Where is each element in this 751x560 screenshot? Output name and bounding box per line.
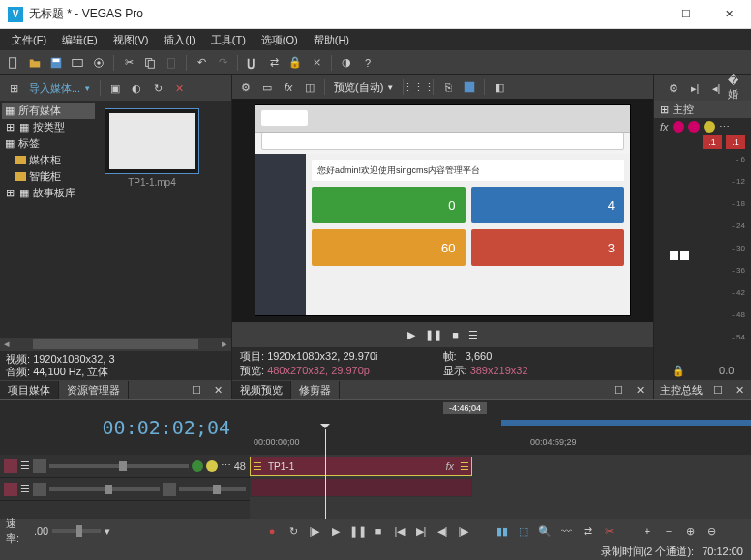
skip-next-icon[interactable]: ◂| — [706, 78, 726, 98]
tree-storyboard[interactable]: ⊞▦故事板库 — [2, 185, 95, 201]
rate-menu-icon[interactable]: ▾ — [105, 525, 110, 538]
what-button[interactable]: ? — [358, 53, 377, 73]
lock-button[interactable]: 🔒 — [285, 53, 305, 73]
track-btn[interactable] — [33, 483, 46, 496]
maximize-button[interactable]: ☐ — [664, 0, 707, 29]
clip-handle-icon[interactable]: ☰ — [458, 460, 471, 473]
master-settings-icon[interactable]: ⚙ — [664, 78, 683, 98]
track-level-slider[interactable] — [49, 487, 160, 491]
tab-video-preview[interactable]: 视频预览 — [232, 381, 291, 399]
track-btn[interactable] — [33, 459, 46, 473]
render-button[interactable] — [68, 53, 87, 73]
track-header-audio[interactable]: ☰ — [0, 478, 250, 501]
tab-trimmer[interactable]: 修剪器 — [291, 381, 340, 399]
tab-close-button[interactable]: ✕ — [730, 380, 749, 399]
tab-close-button[interactable]: ✕ — [208, 380, 227, 399]
fx-chain-icon[interactable] — [673, 121, 684, 133]
play-button[interactable]: ▶ — [328, 525, 344, 538]
preview-device-icon[interactable]: ▭ — [257, 77, 277, 97]
envelope-tool[interactable]: 〰 — [558, 525, 574, 537]
tab-close-button[interactable]: ✕ — [630, 380, 649, 399]
fx-chain-icon[interactable] — [688, 121, 700, 133]
tree-tags[interactable]: ▦标签 — [2, 135, 95, 152]
snap-button[interactable] — [243, 53, 262, 73]
menu-file[interactable]: 文件(F) — [4, 31, 54, 49]
timeline-marker[interactable]: -4:46;04 — [443, 402, 487, 414]
rate-slider[interactable] — [52, 529, 101, 533]
refresh-media-button[interactable]: ↻ — [148, 78, 167, 98]
timeline-clip-audio[interactable] — [250, 478, 472, 497]
copy-button[interactable] — [140, 53, 160, 73]
prev-frame-button[interactable]: ◀| — [435, 525, 450, 538]
shuffle-tool[interactable]: ⇄ — [580, 525, 595, 538]
preview-fx-icon[interactable]: fx — [279, 77, 298, 97]
peak-right[interactable]: .1 — [726, 135, 745, 149]
tree-media-bin[interactable]: 媒体柜 — [2, 152, 95, 168]
track-header-video[interactable]: ☰ ⋯ 48 — [0, 455, 250, 478]
copy-snapshot-icon[interactable]: ⎘ — [438, 77, 458, 97]
lock-icon[interactable]: 🔒 — [672, 365, 685, 377]
play-button[interactable]: ▶ — [407, 329, 415, 341]
track-pan-slider[interactable] — [179, 487, 246, 491]
zoom-height-out[interactable]: ⊖ — [704, 525, 719, 538]
media-thumb[interactable]: TP1-1.mp4 — [105, 108, 199, 191]
clip-fx-icon[interactable]: fx — [441, 460, 458, 472]
go-start-button[interactable]: |◀ — [392, 525, 407, 538]
record-button[interactable]: ● — [264, 525, 280, 537]
menu-icon[interactable]: ☰ — [468, 329, 478, 341]
undo-button[interactable]: ↶ — [192, 53, 211, 73]
zoom-tool[interactable]: 🔍 — [537, 525, 553, 538]
menu-view[interactable]: 视图(V) — [105, 31, 157, 49]
paste-button[interactable] — [162, 53, 181, 73]
tab-maximize-button[interactable]: ☐ — [609, 380, 628, 399]
play-start-button[interactable]: |▶ — [307, 525, 322, 538]
next-frame-button[interactable]: |▶ — [456, 525, 471, 538]
track-mute-icon[interactable] — [206, 460, 218, 472]
menu-insert[interactable]: 插入(I) — [156, 31, 202, 49]
tree-all-media[interactable]: ▦所有媒体 — [2, 103, 95, 119]
timeline-ruler[interactable]: -4:46;04 00:00:00;00 00:04:59;29 — [250, 400, 751, 455]
timeline-tracks[interactable]: ☰ TP1-1 fx ☰ — [250, 455, 751, 519]
playhead[interactable] — [325, 429, 326, 455]
track-more-icon[interactable]: ⋯ — [221, 459, 231, 472]
selection-tool[interactable]: ⬚ — [516, 525, 531, 538]
crossfade-button[interactable]: ⤫ — [307, 53, 326, 73]
fx-icon[interactable]: fx — [660, 121, 669, 133]
fx-chain-icon[interactable] — [704, 121, 715, 133]
marker-tool-button[interactable]: ◑ — [337, 53, 356, 73]
stop-button[interactable]: ■ — [371, 525, 386, 537]
remove-media-button[interactable]: ✕ — [169, 78, 189, 98]
tab-explorer[interactable]: 资源管理器 — [59, 381, 129, 399]
timecode-value[interactable]: 00:02:02;04 — [103, 416, 230, 439]
split-tool[interactable]: ✂ — [601, 525, 616, 538]
go-end-button[interactable]: ▶| — [413, 525, 429, 538]
tab-maximize-button[interactable]: ☐ — [187, 380, 206, 399]
menu-options[interactable]: 选项(O) — [254, 31, 306, 49]
fader[interactable] — [660, 155, 699, 357]
open-button[interactable] — [25, 53, 45, 73]
loop-button[interactable]: ↻ — [285, 525, 301, 538]
tab-project-media[interactable]: 项目媒体 — [0, 381, 59, 399]
tree-by-type[interactable]: ⊞▦按类型 — [2, 119, 95, 135]
zoom-time-out[interactable]: − — [661, 525, 676, 537]
zoom-height-in[interactable]: ⊕ — [682, 525, 698, 538]
tree-smart-bin[interactable]: 智能柜 — [2, 168, 95, 185]
stop-button[interactable]: ■ — [452, 329, 459, 340]
preview-misc-icon[interactable]: ◧ — [490, 77, 509, 97]
get-media-button[interactable]: ◐ — [127, 78, 146, 98]
menu-help[interactable]: 帮助(H) — [306, 31, 357, 49]
new-project-button[interactable] — [4, 53, 23, 73]
menu-tools[interactable]: 工具(T) — [203, 31, 254, 49]
split-screen-icon[interactable]: ◫ — [300, 77, 319, 97]
track-fx-icon[interactable] — [192, 460, 203, 472]
pause-button[interactable]: ❚❚ — [349, 525, 365, 538]
close-button[interactable]: ✕ — [707, 0, 751, 29]
minimize-button[interactable]: ─ — [620, 0, 664, 29]
fx-more-icon[interactable]: ⋯ — [719, 121, 730, 133]
dim-icon[interactable]: �婚 — [728, 78, 747, 98]
media-view-icon[interactable]: ⊞ — [4, 78, 23, 98]
cut-button[interactable]: ✂ — [119, 53, 138, 73]
hscrollbar[interactable]: ◂▸ — [0, 338, 231, 351]
tab-maximize-button[interactable]: ☐ — [708, 380, 728, 399]
skip-prev-icon[interactable]: ▸| — [685, 78, 705, 98]
